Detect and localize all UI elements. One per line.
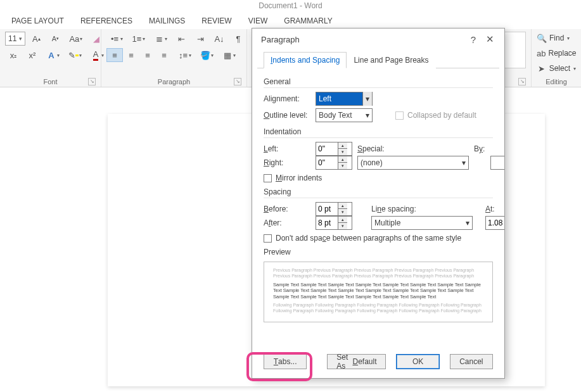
by-spin[interactable]: ▴▾ xyxy=(490,156,504,170)
sort-button[interactable]: A↓ xyxy=(211,32,227,46)
after-input[interactable] xyxy=(316,217,338,229)
at-input[interactable] xyxy=(486,217,504,229)
find-label: Find xyxy=(549,34,564,42)
after-spin[interactable]: ▴▾ xyxy=(316,216,352,230)
section-general: General xyxy=(264,77,493,88)
decrease-indent-button[interactable]: ⇤ xyxy=(173,32,189,46)
ok-button[interactable]: OK xyxy=(396,354,439,369)
chevron-down-icon: ▾ xyxy=(366,111,369,120)
styles-dialog-launcher[interactable]: ↘ xyxy=(518,78,526,85)
outline-combo[interactable]: Body Text ▾ xyxy=(316,108,373,122)
alignment-combo[interactable]: Left ▾ xyxy=(316,92,373,106)
ribbon-tab-view[interactable]: VIEW xyxy=(248,16,268,25)
tab-indents-spacing[interactable]: Indents and Spacing xyxy=(264,52,347,68)
special-combo[interactable]: (none) ▾ xyxy=(357,156,469,170)
font-color-icon: A xyxy=(91,50,101,60)
section-spacing: Spacing xyxy=(264,187,493,198)
select-button[interactable]: ➤Select▾ xyxy=(537,62,576,75)
indent-right-spin[interactable]: ▴▾ xyxy=(316,156,352,170)
font-group-label: Font ↘ xyxy=(5,77,96,85)
align-right-button[interactable]: ≡ xyxy=(139,48,156,62)
indent-right-input[interactable] xyxy=(316,156,338,169)
paragraph-dialog: Paragraph ? ✕ Indents and Spacing Line a… xyxy=(252,28,505,379)
bullets-button[interactable]: •≡▾ xyxy=(106,32,126,46)
at-spin[interactable]: ▴▾ xyxy=(485,216,504,230)
spin-down-icon[interactable]: ▾ xyxy=(338,209,347,215)
replace-button[interactable]: abReplace xyxy=(537,47,576,60)
special-value: (none) xyxy=(361,158,383,167)
font-size-combo[interactable]: 11 ▾ xyxy=(5,32,25,46)
borders-button[interactable]: ▦▾ xyxy=(219,48,239,62)
outdent-icon: ⇤ xyxy=(176,34,186,44)
dont-add-space-checkbox[interactable]: Don't add space between paragraphs of th… xyxy=(264,234,493,243)
section-preview: Preview xyxy=(264,248,493,258)
at-label: At: xyxy=(485,205,501,213)
chevron-down-icon: ▾ xyxy=(362,92,372,106)
indent-right-label: Right: xyxy=(264,158,310,167)
grow-font-button[interactable]: A▴ xyxy=(28,32,44,46)
find-button[interactable]: 🔍Find▾ xyxy=(537,32,576,44)
spin-down-icon[interactable]: ▾ xyxy=(338,223,347,229)
show-marks-button[interactable]: ¶ xyxy=(230,32,246,46)
mirror-indents-checkbox[interactable]: Mirror indents xyxy=(264,174,493,182)
close-icon: ✕ xyxy=(486,34,494,44)
ribbon-tab-review[interactable]: REVIEW xyxy=(201,16,231,25)
spin-up-icon[interactable]: ▴ xyxy=(338,203,347,209)
change-case-button[interactable]: Aa▾ xyxy=(66,32,86,46)
superscript-button[interactable]: x² xyxy=(24,48,41,62)
line-spacing-button[interactable]: ↕≡▾ xyxy=(175,48,195,62)
spin-up-icon[interactable]: ▴ xyxy=(338,217,347,223)
multilevel-button[interactable]: ≣▾ xyxy=(151,32,170,46)
ribbon-tab-mailings[interactable]: MAILINGS xyxy=(149,16,185,25)
tab-line-breaks[interactable]: Line and Page Breaks xyxy=(347,52,435,68)
window-title: Document1 - Word xyxy=(0,0,581,14)
section-indentation: Indentation xyxy=(264,127,493,138)
select-icon: ➤ xyxy=(537,63,547,73)
help-icon: ? xyxy=(471,34,476,45)
collapsed-label: Collapsed by default xyxy=(407,111,476,120)
bullets-icon: •≡ xyxy=(110,34,120,44)
align-left-button[interactable]: ≡ xyxy=(106,48,123,62)
paragraph-group: •≡▾ 1≡▾ ≣▾ ⇤ ⇥ A↓ ¶ ≡ ≡ ≡ ≡ ↕≡▾ 🪣▾ ▦▾ xyxy=(101,29,247,87)
collapsed-checkbox: Collapsed by default xyxy=(395,111,493,120)
text-effects-button[interactable]: A▾ xyxy=(43,48,63,62)
close-button[interactable]: ✕ xyxy=(482,34,498,45)
before-input[interactable] xyxy=(316,203,338,215)
indent-left-input[interactable] xyxy=(316,142,338,155)
indent-left-spin[interactable]: ▴▾ xyxy=(316,142,352,156)
font-dialog-launcher[interactable]: ↘ xyxy=(88,78,96,85)
by-input[interactable] xyxy=(491,156,504,169)
spin-down-icon[interactable]: ▾ xyxy=(338,149,347,155)
highlight-icon: ✎ xyxy=(68,50,79,60)
before-spin[interactable]: ▴▾ xyxy=(316,202,352,216)
text-effects-icon: A xyxy=(46,50,56,60)
alignment-toggle-group: ≡ ≡ ≡ ≡ xyxy=(106,48,172,62)
outline-value: Body Text xyxy=(319,111,352,120)
spin-up-icon[interactable]: ▴ xyxy=(338,156,347,163)
dialog-title-bar[interactable]: Paragraph ? ✕ xyxy=(252,28,504,50)
spin-up-icon[interactable]: ▴ xyxy=(338,142,347,149)
line-spacing-combo[interactable]: Multiple ▾ xyxy=(371,216,473,230)
ribbon-tab-grammarly[interactable]: GRAMMARLY xyxy=(284,16,332,25)
subscript-button[interactable]: x₂ xyxy=(5,48,22,62)
ribbon-tab-references[interactable]: REFERENCES xyxy=(80,16,132,25)
font-size-value: 11 xyxy=(8,34,16,43)
increase-indent-button[interactable]: ⇥ xyxy=(192,32,208,46)
dont-add-label: Don't add space between paragraphs of th… xyxy=(276,234,461,243)
justify-button[interactable]: ≡ xyxy=(156,48,172,62)
paragraph-dialog-launcher[interactable]: ↘ xyxy=(234,78,241,85)
mirror-label: Mirror indents xyxy=(276,174,322,182)
spin-down-icon[interactable]: ▾ xyxy=(338,163,347,169)
shrink-font-button[interactable]: A▾ xyxy=(47,32,63,46)
shading-button[interactable]: 🪣▾ xyxy=(197,48,217,62)
select-label: Select xyxy=(549,64,570,73)
help-button[interactable]: ? xyxy=(465,34,482,45)
highlight-button[interactable]: ✎▾ xyxy=(65,48,85,62)
set-default-button[interactable]: Set As Default xyxy=(327,354,386,369)
tabs-button[interactable]: Tabs... xyxy=(264,354,307,369)
subscript-icon: x₂ xyxy=(8,50,18,60)
align-center-button[interactable]: ≡ xyxy=(123,48,139,62)
ribbon-tab-page-layout[interactable]: PAGE LAYOUT xyxy=(11,16,64,25)
numbering-button[interactable]: 1≡▾ xyxy=(129,32,148,46)
cancel-button[interactable]: Cancel xyxy=(450,354,493,369)
